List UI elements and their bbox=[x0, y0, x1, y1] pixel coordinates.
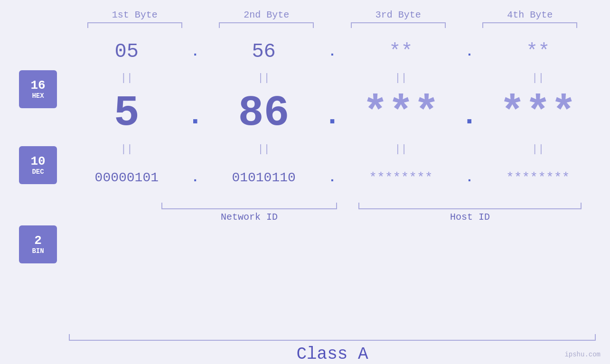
bracket-top-2 bbox=[219, 22, 314, 28]
bin-row: 00000101 . 01010110 . ******** . *******… bbox=[69, 156, 596, 199]
class-label: Class A bbox=[69, 345, 596, 364]
hex-byte-2: 56 bbox=[206, 40, 322, 63]
top-brackets bbox=[0, 22, 610, 28]
dec-byte-2: 86 bbox=[206, 89, 322, 138]
eq-sign-1-2: || bbox=[257, 72, 270, 84]
eq-cell-2-4: || bbox=[480, 143, 596, 155]
bottom-brackets-row bbox=[138, 203, 582, 209]
dot-sep-bin-1: . bbox=[185, 170, 206, 185]
eq-row-2: || || || || bbox=[69, 142, 596, 156]
dec-row: 5 . 86 . *** . *** bbox=[69, 85, 596, 142]
eq-sign-1-4: || bbox=[532, 72, 544, 84]
dot-sep-hex-1: . bbox=[185, 45, 206, 59]
bin-val-3: ******** bbox=[369, 170, 432, 185]
byte-labels-row: 1st Byte 2nd Byte 3rd Byte 4th Byte bbox=[0, 0, 610, 20]
bracket-top-1 bbox=[87, 22, 182, 28]
host-bracket bbox=[358, 203, 582, 209]
dec-val-1: 5 bbox=[114, 89, 140, 138]
dec-byte-1: 5 bbox=[69, 89, 185, 138]
dot-sep-dec-3: . bbox=[459, 100, 480, 132]
dec-val-4: *** bbox=[499, 89, 576, 138]
eq-sign-1-1: || bbox=[121, 72, 133, 84]
eq-cell-1-1: || bbox=[69, 72, 185, 84]
byte-label-2: 2nd Byte bbox=[202, 9, 330, 20]
bracket-top-4 bbox=[482, 22, 577, 28]
hex-byte-3: ** bbox=[343, 40, 459, 63]
dot-sep-hex-2: . bbox=[321, 45, 343, 59]
hex-byte-1: 05 bbox=[69, 40, 185, 63]
hex-byte-4: ** bbox=[480, 40, 596, 63]
dot-sep-bin-3: . bbox=[459, 170, 480, 185]
eq-sign-1-3: || bbox=[394, 72, 407, 84]
eq-cell-2-1: || bbox=[69, 143, 185, 155]
hex-val-2: 56 bbox=[252, 40, 275, 63]
rows-area: 05 . 56 . ** . ** || || bbox=[0, 28, 610, 320]
bin-val-1: 00000101 bbox=[95, 170, 159, 185]
dot-sep-dec-2: . bbox=[321, 100, 343, 132]
eq-row-1: || || || || bbox=[69, 71, 596, 85]
hex-val-3: ** bbox=[389, 40, 413, 63]
eq-cell-1-3: || bbox=[343, 72, 459, 84]
eq-sign-2-3: || bbox=[394, 143, 407, 155]
eq-sign-2-2: || bbox=[257, 143, 270, 155]
byte-label-3: 3rd Byte bbox=[334, 9, 462, 20]
eq-cell-1-2: || bbox=[206, 72, 322, 84]
network-id-label: Network ID bbox=[161, 212, 337, 223]
bin-byte-2: 01010110 bbox=[206, 170, 322, 185]
byte-label-4: 4th Byte bbox=[466, 9, 594, 20]
dec-byte-3: *** bbox=[343, 89, 459, 138]
dec-val-2: 86 bbox=[238, 89, 290, 138]
hex-val-4: ** bbox=[526, 40, 550, 63]
byte-label-1: 1st Byte bbox=[71, 9, 199, 20]
dot-sep-bin-2: . bbox=[321, 170, 343, 185]
main-container: 1st Byte 2nd Byte 3rd Byte 4th Byte 16 H… bbox=[0, 0, 610, 364]
bin-byte-4: ******** bbox=[480, 170, 596, 185]
eq-sign-2-4: || bbox=[532, 143, 544, 155]
dot-sep-hex-3: . bbox=[459, 45, 480, 59]
bin-byte-1: 00000101 bbox=[69, 170, 185, 185]
bin-val-2: 01010110 bbox=[232, 170, 295, 185]
bottom-area: Network ID Host ID bbox=[69, 203, 596, 231]
class-area: Class A bbox=[0, 334, 610, 364]
dot-sep-dec-1: . bbox=[185, 100, 206, 132]
eq-cell-2-2: || bbox=[206, 143, 322, 155]
eq-sign-2-1: || bbox=[121, 143, 133, 155]
dec-byte-4: *** bbox=[480, 89, 596, 138]
bin-val-4: ******** bbox=[506, 170, 570, 185]
eq-cell-1-4: || bbox=[480, 72, 596, 84]
network-bracket bbox=[161, 203, 337, 209]
bracket-top-3 bbox=[351, 22, 446, 28]
hex-row: 05 . 56 . ** . ** bbox=[69, 33, 596, 71]
bin-byte-3: ******** bbox=[343, 170, 459, 185]
host-id-label: Host ID bbox=[358, 212, 582, 223]
watermark: ipshu.com bbox=[564, 351, 601, 358]
dec-val-3: *** bbox=[362, 89, 439, 138]
class-bracket bbox=[69, 334, 596, 341]
eq-cell-2-3: || bbox=[343, 143, 459, 155]
hex-val-1: 05 bbox=[115, 40, 139, 63]
